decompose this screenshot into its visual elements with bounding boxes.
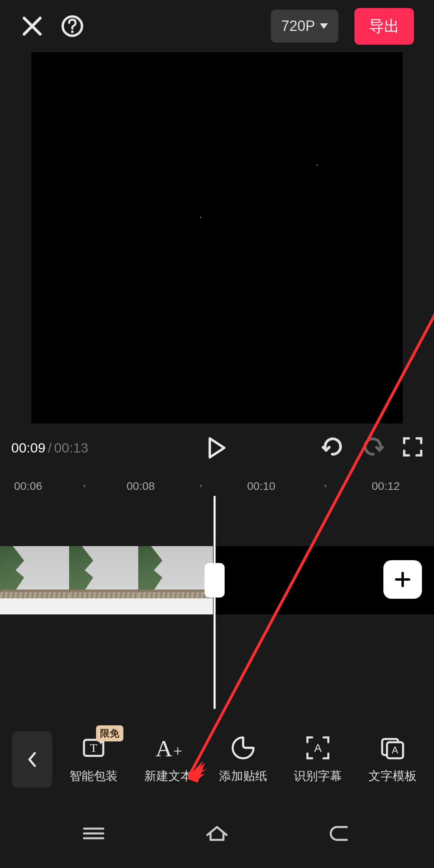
- current-time: 00:09: [11, 440, 45, 455]
- playhead-handle[interactable]: [205, 563, 225, 598]
- recognize-subtitles-icon: A: [305, 735, 331, 761]
- resolution-button[interactable]: 720P: [271, 10, 338, 43]
- clip-thumbnail[interactable]: [138, 546, 213, 614]
- fullscreen-button[interactable]: [403, 437, 423, 459]
- undo-icon: [321, 437, 344, 457]
- ruler-tick: 00:12: [372, 480, 400, 493]
- redo-button[interactable]: [362, 437, 385, 458]
- chevron-left-icon: [25, 751, 39, 768]
- menu-icon: [79, 824, 108, 842]
- play-icon: [207, 437, 227, 459]
- ruler-dot: [324, 485, 327, 487]
- help-icon: [60, 14, 84, 38]
- ruler-dot: [200, 485, 202, 487]
- undo-button[interactable]: [321, 437, 344, 458]
- tool-recognize-subtitles[interactable]: A 识别字幕: [282, 735, 354, 784]
- tool-label: 新建文本: [144, 768, 192, 784]
- ruler-tick: 00:06: [14, 480, 42, 493]
- text-template-icon: A: [380, 735, 405, 761]
- ruler-tick: 00:08: [127, 480, 155, 493]
- video-track[interactable]: [0, 546, 213, 614]
- back-icon: [326, 824, 355, 842]
- playhead[interactable]: [214, 496, 216, 709]
- free-badge: 限免: [96, 725, 123, 741]
- svg-text:A: A: [314, 742, 322, 754]
- ruler-tick: 00:10: [247, 480, 275, 493]
- close-icon: [20, 14, 44, 38]
- tool-label: 添加贴纸: [219, 768, 267, 784]
- play-button[interactable]: [207, 437, 227, 459]
- help-button[interactable]: [60, 14, 84, 38]
- clip-thumbnail[interactable]: [0, 546, 69, 614]
- system-navigation: [0, 800, 434, 868]
- tool-new-text[interactable]: A+ 新建文本: [132, 735, 205, 784]
- dropdown-triangle-icon: [320, 23, 328, 29]
- tool-label: 智能包装: [70, 768, 118, 784]
- svg-point-3: [71, 31, 74, 33]
- close-button[interactable]: [20, 14, 44, 38]
- video-preview[interactable]: [31, 52, 403, 424]
- nav-menu-button[interactable]: [79, 824, 108, 844]
- svg-text:A: A: [392, 745, 398, 755]
- tool-text-template[interactable]: A 文字模板: [356, 735, 429, 784]
- nav-home-button[interactable]: [203, 824, 231, 844]
- timeline-ruler[interactable]: 00:06 00:08 00:10 00:12: [0, 476, 434, 496]
- add-clip-button[interactable]: [383, 560, 422, 599]
- resolution-label: 720P: [281, 18, 315, 35]
- sticker-icon: [230, 735, 256, 761]
- home-icon: [203, 824, 231, 842]
- nav-back-button[interactable]: [326, 824, 355, 844]
- tool-smart-package[interactable]: 限免 T 智能包装: [57, 735, 130, 784]
- text-toolbar: 限免 T 智能包装 A+ 新建文本 添加贴纸 A 识别字幕: [0, 719, 434, 800]
- ruler-dot: [83, 485, 86, 487]
- transport-bar: 00:09/00:13: [0, 424, 434, 472]
- new-text-icon: A+: [156, 735, 181, 761]
- redo-icon: [362, 437, 385, 457]
- tool-label: 识别字幕: [294, 768, 342, 784]
- export-button[interactable]: 导出: [354, 8, 414, 45]
- total-time: 00:13: [54, 440, 88, 455]
- editor-header: 720P 导出: [0, 0, 434, 52]
- clip-thumbnail[interactable]: [69, 546, 138, 614]
- tool-label: 文字模板: [368, 768, 417, 784]
- timeline[interactable]: [0, 496, 434, 753]
- tool-add-sticker[interactable]: 添加贴纸: [207, 735, 279, 784]
- fullscreen-icon: [403, 437, 423, 457]
- svg-text:T: T: [90, 741, 97, 754]
- time-display: 00:09/00:13: [11, 440, 88, 456]
- toolbar-back-button[interactable]: [12, 731, 52, 788]
- plus-icon: [393, 570, 412, 589]
